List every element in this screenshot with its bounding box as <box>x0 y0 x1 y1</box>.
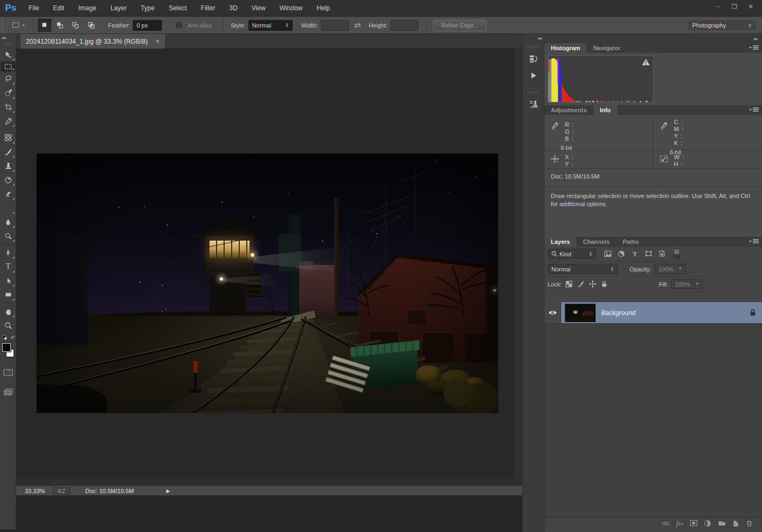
link-layers-button[interactable] <box>659 519 671 528</box>
dodge-tool[interactable] <box>1 229 16 243</box>
height-input[interactable] <box>390 20 419 31</box>
menu-layer[interactable]: Layer <box>103 0 133 17</box>
tab-channels[interactable]: Channels <box>576 237 616 247</box>
gradient-tool[interactable] <box>1 201 16 215</box>
width-input[interactable] <box>321 20 349 31</box>
minimize-button[interactable]: ─ <box>710 0 726 13</box>
history-brush-tool[interactable] <box>1 173 16 187</box>
new-selection-button[interactable] <box>38 19 51 32</box>
swap-dimensions-icon[interactable] <box>353 22 362 29</box>
status-flyout-arrow[interactable]: ▶ <box>166 488 170 494</box>
panel-menu-icon[interactable] <box>749 45 759 51</box>
rgb-eyedropper-icon[interactable] <box>551 121 559 130</box>
fill-select[interactable]: 100% ▼ <box>671 279 703 289</box>
brush-tool[interactable] <box>1 145 16 159</box>
add-to-selection-button[interactable] <box>53 19 67 32</box>
clone-source-panel-button[interactable] <box>524 96 542 112</box>
delete-layer-button[interactable] <box>744 519 756 528</box>
foreground-color-swatch[interactable] <box>2 343 11 352</box>
dock-collapse-arrows[interactable]: ◀◀ <box>523 34 544 42</box>
menu-edit[interactable]: Edit <box>46 0 71 17</box>
feather-input[interactable]: 0 px <box>133 20 162 31</box>
panel-menu-icon[interactable] <box>749 239 759 244</box>
eyedropper-tool[interactable] <box>1 114 16 128</box>
adjustment-filter-button[interactable] <box>615 249 628 259</box>
history-panel-button[interactable] <box>524 50 542 66</box>
zoom-level-field[interactable]: 33.33% <box>25 488 53 494</box>
lock-all-button[interactable] <box>600 279 609 289</box>
menu-image[interactable]: Image <box>71 0 103 17</box>
swap-colors-icon[interactable]: ⇄ <box>10 335 15 340</box>
tab-adjustments[interactable]: Adjustments <box>544 105 594 115</box>
lock-transparency-button[interactable] <box>564 279 574 289</box>
document-canvas[interactable] <box>37 154 498 413</box>
blend-mode-select[interactable]: Normal ▲▼ <box>548 264 618 274</box>
maximize-button[interactable]: ❐ <box>726 0 743 13</box>
tab-info[interactable]: Info <box>594 105 617 115</box>
default-colors-icon[interactable] <box>2 335 7 340</box>
opacity-select[interactable]: 100% ▼ <box>655 264 686 274</box>
intersect-selection-button[interactable] <box>85 19 98 32</box>
shape-filter-button[interactable] <box>642 249 655 259</box>
blur-tool[interactable] <box>1 215 16 229</box>
quick-mask-button[interactable] <box>1 365 16 379</box>
smartobject-filter-button[interactable] <box>656 249 668 259</box>
eraser-tool[interactable] <box>1 187 16 201</box>
menu-help[interactable]: Help <box>309 0 337 17</box>
pixel-filter-button[interactable] <box>602 249 614 259</box>
menu-3d[interactable]: 3D <box>222 0 244 17</box>
type-filter-button[interactable]: T <box>629 249 641 259</box>
layer-thumbnail[interactable] <box>565 304 596 322</box>
layer-visibility-toggle[interactable] <box>544 302 561 323</box>
mini-dock-grip[interactable] <box>527 46 540 48</box>
rectangular-marquee-tool[interactable] <box>1 62 16 72</box>
refine-edge-button[interactable]: Refine Edge... <box>433 19 487 31</box>
hand-tool[interactable] <box>1 304 16 318</box>
menu-window[interactable]: Window <box>273 0 310 17</box>
panel-menu-icon[interactable] <box>749 107 759 113</box>
spot-healing-brush-tool[interactable] <box>1 131 16 145</box>
style-select[interactable]: Normal ▲▼ <box>248 20 293 31</box>
lock-position-button[interactable] <box>588 279 597 289</box>
actions-panel-button[interactable] <box>524 67 542 84</box>
type-tool[interactable]: T <box>1 260 16 274</box>
menu-file[interactable]: File <box>22 0 46 17</box>
clone-stamp-tool[interactable] <box>1 159 16 173</box>
options-grip[interactable] <box>0 19 5 32</box>
tab-histogram[interactable]: Histogram <box>544 43 586 53</box>
path-selection-tool[interactable] <box>1 274 16 288</box>
status-sync-button[interactable] <box>53 487 70 495</box>
move-tool[interactable] <box>1 47 16 62</box>
adjustment-layer-button[interactable] <box>702 519 713 528</box>
tab-paths[interactable]: Paths <box>616 237 645 247</box>
layer-filter-toggle[interactable] <box>673 249 680 259</box>
pen-tool[interactable] <box>1 245 16 260</box>
mini-dock-grip[interactable] <box>527 91 540 93</box>
tab-close-icon[interactable]: ✕ <box>155 38 159 44</box>
zoom-tool[interactable] <box>1 318 16 332</box>
add-mask-button[interactable] <box>687 519 699 528</box>
rectangle-tool[interactable] <box>1 288 16 302</box>
lock-paint-button[interactable] <box>576 279 585 289</box>
tab-navigator[interactable]: Navigator <box>586 43 627 53</box>
close-button[interactable]: ✕ <box>743 0 759 13</box>
subtract-from-selection-button[interactable] <box>69 19 83 32</box>
tab-layers[interactable]: Layers <box>544 237 576 247</box>
workspace-switcher[interactable]: Photography ▲▼ <box>687 19 757 31</box>
cmyk-eyedropper-icon[interactable] <box>660 121 668 130</box>
horizontal-scrollbar[interactable] <box>16 479 522 486</box>
tool-preset-picker[interactable]: ▼ <box>9 20 28 30</box>
new-group-button[interactable] <box>716 519 727 528</box>
menu-filter[interactable]: Filter <box>194 0 222 17</box>
quick-selection-tool[interactable] <box>1 86 16 100</box>
vertical-scrollbar[interactable] <box>514 49 522 513</box>
document-tab[interactable]: 20241208114034_1.jpg @ 33.3% (RGB/8) ✕ <box>21 34 166 49</box>
new-layer-button[interactable] <box>730 519 741 528</box>
antialias-checkbox[interactable] <box>176 22 182 28</box>
tools-collapse-arrows[interactable]: ▶▶ <box>0 34 16 42</box>
screen-mode-button[interactable] <box>1 385 16 399</box>
menu-select[interactable]: Select <box>161 0 193 17</box>
tools-grip[interactable] <box>3 43 13 45</box>
crop-tool[interactable] <box>1 100 16 114</box>
layer-filter-kind-select[interactable]: Kind ▲▼ <box>548 249 596 259</box>
